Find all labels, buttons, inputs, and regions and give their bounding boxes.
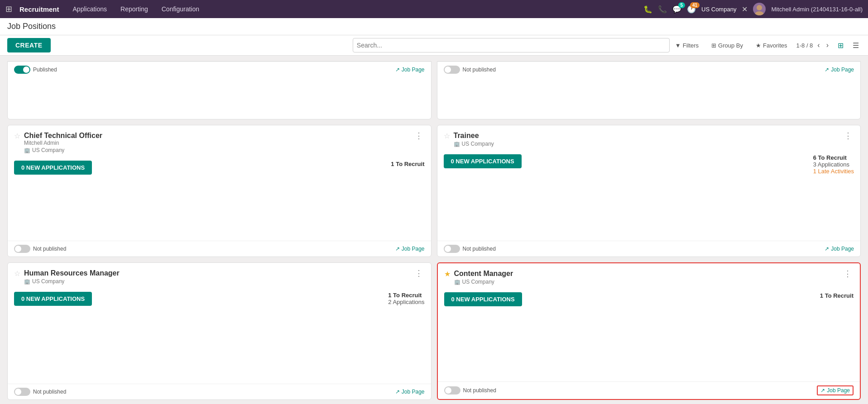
- toggle-wrap-partial-right[interactable]: Not published: [444, 66, 496, 74]
- stat-applications-hrm: 2 Applications: [388, 299, 424, 305]
- publish-toggle-content-manager[interactable]: [444, 386, 460, 394]
- groupby-button[interactable]: ⊞ Group By: [708, 40, 747, 51]
- toggle-wrap-content-manager[interactable]: Not published: [444, 386, 496, 394]
- external-link-icon-cto: ↗: [395, 246, 400, 252]
- pagination-text: 1-8 / 8: [796, 42, 813, 49]
- job-title-content-manager: Content Manager: [454, 270, 839, 278]
- more-btn-cto[interactable]: ⋮: [413, 132, 425, 140]
- job-stats-hrm: 1 To Recruit 2 Applications: [388, 292, 424, 305]
- activity-badge-wrapper[interactable]: 🕐 41: [687, 5, 696, 14]
- external-link-icon: ↗: [395, 67, 400, 73]
- job-title-cto: Chief Technical Officer: [24, 132, 409, 140]
- card-footer-content-manager: Not published ↗ Job Page: [438, 381, 860, 399]
- phone-icon[interactable]: 📞: [658, 5, 667, 14]
- search-bar[interactable]: [353, 38, 670, 52]
- nav-reporting[interactable]: Reporting: [114, 0, 154, 18]
- job-subtitle-cto: Mitchell Admin: [24, 140, 409, 146]
- card-body-content-manager: 0 NEW APPLICATIONS 1 To Recruit: [438, 289, 860, 354]
- card-title-area-cto: Chief Technical Officer Mitchell Admin 🏢…: [24, 132, 409, 153]
- publish-toggle-partial-left[interactable]: [14, 66, 30, 74]
- kanban-view-button[interactable]: ⊞: [836, 40, 845, 51]
- brand-name: Recruitment: [19, 5, 59, 13]
- brand: Recruitment: [19, 5, 59, 13]
- main-content: Published ↗ Job Page Not published ↗ Job…: [0, 56, 868, 404]
- card-header-trainee: ☆ Trainee 🏢 US Company ⋮: [437, 125, 861, 151]
- job-page-link-cto[interactable]: ↗ Job Page: [395, 246, 425, 252]
- published-label-cto: Not published: [33, 246, 66, 252]
- toggle-wrap-hrm[interactable]: Not published: [14, 388, 66, 396]
- publish-toggle-hrm[interactable]: [14, 388, 30, 396]
- external-link-icon-content-manager: ↗: [820, 387, 825, 394]
- publish-toggle-trainee[interactable]: [444, 245, 460, 253]
- filters-button[interactable]: ▼ Filters: [671, 40, 702, 51]
- published-label-partial-right: Not published: [463, 67, 496, 73]
- bug-icon[interactable]: 🐛: [643, 5, 652, 14]
- favorites-button[interactable]: ★ Favorites: [752, 40, 791, 51]
- toolbar-right: ▼ Filters ⊞ Group By ★ Favorites 1-8 / 8…: [671, 40, 861, 51]
- publish-toggle-partial-right[interactable]: [444, 66, 460, 74]
- toggle-wrap-trainee[interactable]: Not published: [444, 245, 496, 253]
- publish-toggle-cto[interactable]: [14, 245, 30, 253]
- prev-page-button[interactable]: ‹: [815, 41, 821, 49]
- card-footer-partial-left: Published ↗ Job Page: [8, 62, 431, 77]
- card-body-trainee: 0 NEW APPLICATIONS 6 To Recruit 3 Applic…: [437, 151, 861, 241]
- card-footer-cto: Not published ↗ Job Page: [8, 241, 431, 257]
- job-page-link-hrm[interactable]: ↗ Job Page: [395, 389, 425, 395]
- toolbar: CREATE ▼ Filters ⊞ Group By ★ Favorites …: [0, 35, 868, 56]
- avatar[interactable]: [753, 3, 766, 15]
- card-header-content-manager: ★ Content Manager 🏢 US Company ⋮: [438, 263, 860, 289]
- new-apps-btn-content-manager[interactable]: 0 NEW APPLICATIONS: [444, 292, 522, 306]
- more-btn-trainee[interactable]: ⋮: [842, 132, 854, 140]
- chat-badge-wrapper[interactable]: 💬 5: [672, 5, 681, 14]
- settings-icon[interactable]: ✕: [742, 5, 748, 14]
- create-button[interactable]: CREATE: [7, 38, 51, 52]
- external-link-icon-hrm: ↗: [395, 389, 400, 395]
- job-card-partial-right: Not published ↗ Job Page: [437, 61, 861, 119]
- list-view-button[interactable]: ☰: [851, 40, 861, 51]
- job-stats-cto: 1 To Recruit: [391, 161, 424, 167]
- job-page-link-partial-left[interactable]: ↗ Job Page: [395, 67, 425, 73]
- job-card-hrm: ☆ Human Resources Manager 🏢 US Company ⋮…: [7, 262, 432, 400]
- job-page-link-partial-right[interactable]: ↗ Job Page: [825, 67, 854, 73]
- published-label-hrm: Not published: [33, 389, 66, 395]
- star-trainee[interactable]: ☆: [444, 132, 450, 140]
- toggle-wrap-cto[interactable]: Not published: [14, 245, 66, 253]
- job-company-cto: 🏢 US Company: [24, 147, 409, 153]
- layers-icon: ⊞: [711, 42, 716, 49]
- new-apps-btn-cto[interactable]: 0 NEW APPLICATIONS: [14, 161, 92, 175]
- search-input[interactable]: [357, 42, 666, 49]
- job-card-content-manager: ★ Content Manager 🏢 US Company ⋮ 0 NEW A…: [437, 262, 861, 400]
- external-link-icon-trainee: ↗: [825, 246, 829, 252]
- external-link-icon-2: ↗: [825, 67, 829, 73]
- nav-configuration[interactable]: Configuration: [155, 0, 206, 18]
- new-apps-btn-trainee[interactable]: 0 NEW APPLICATIONS: [444, 154, 522, 168]
- toggle-wrap-partial-left[interactable]: Published: [14, 66, 57, 74]
- star-cto[interactable]: ☆: [14, 132, 20, 140]
- building-icon-cto: 🏢: [24, 147, 30, 153]
- job-page-link-trainee[interactable]: ↗ Job Page: [825, 246, 854, 252]
- top-navigation: ⊞ Recruitment Applications Reporting Con…: [0, 0, 868, 18]
- nav-applications[interactable]: Applications: [67, 0, 114, 18]
- new-apps-btn-hrm[interactable]: 0 NEW APPLICATIONS: [14, 292, 92, 306]
- job-card-trainee: ☆ Trainee 🏢 US Company ⋮ 0 NEW APPLICATI…: [437, 125, 861, 257]
- subheader: Job Positions: [0, 18, 868, 35]
- more-btn-content-manager[interactable]: ⋮: [842, 270, 854, 278]
- filter-icon: ▼: [675, 42, 681, 49]
- star-content-manager[interactable]: ★: [444, 270, 451, 278]
- svg-point-0: [757, 5, 762, 10]
- job-company-content-manager: 🏢 US Company: [454, 279, 839, 285]
- card-footer-trainee: Not published ↗ Job Page: [437, 241, 861, 257]
- published-label-trainee: Not published: [463, 246, 496, 252]
- job-page-link-content-manager[interactable]: ↗ Job Page: [817, 385, 854, 395]
- activity-badge: 41: [690, 2, 700, 8]
- grid-icon[interactable]: ⊞: [5, 4, 12, 14]
- published-label-partial-left: Published: [33, 67, 57, 73]
- card-body-hrm: 0 NEW APPLICATIONS 1 To Recruit 2 Applic…: [8, 288, 431, 366]
- more-btn-hrm[interactable]: ⋮: [413, 269, 425, 277]
- next-page-button[interactable]: ›: [825, 41, 830, 49]
- star-hrm[interactable]: ☆: [14, 269, 20, 278]
- card-title-area-content-manager: Content Manager 🏢 US Company: [454, 270, 839, 285]
- card-header-hrm: ☆ Human Resources Manager 🏢 US Company ⋮: [8, 263, 431, 288]
- card-title-area-hrm: Human Resources Manager 🏢 US Company: [24, 269, 409, 285]
- page-title: Job Positions: [7, 22, 56, 31]
